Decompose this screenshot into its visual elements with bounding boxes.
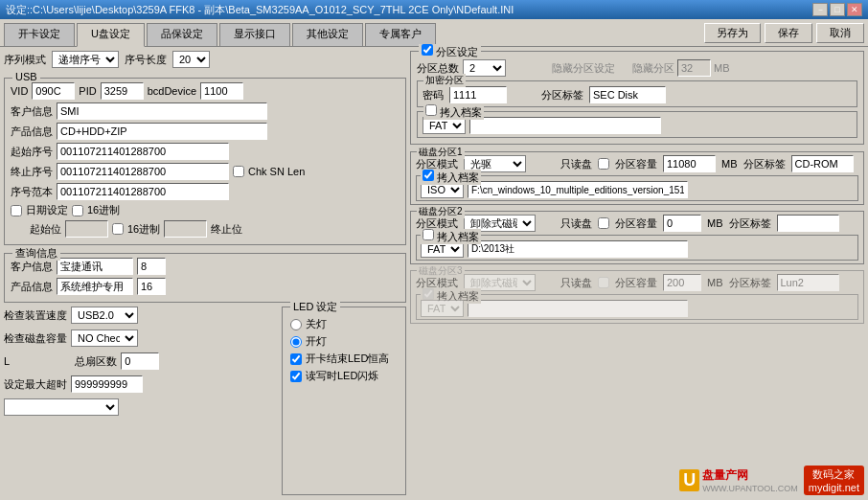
- start-pos-input[interactable]: [65, 220, 108, 238]
- sn-sample-label: 序号范本: [11, 185, 53, 199]
- query-product-num[interactable]: [137, 278, 166, 295]
- right-panel: 分区设定 分区总数 2 隐藏分区设定 隐藏分区 MB: [410, 51, 864, 495]
- left-panel: 序列模式 递增序号 序号长度 20 USB VID PID bcdDevice …: [4, 51, 406, 495]
- customer-input[interactable]: [57, 102, 267, 120]
- save-as-button[interactable]: 另存为: [704, 23, 761, 43]
- disk2-label-input[interactable]: [777, 215, 839, 232]
- bottom-left: 检查装置速度 USB2.0 检查磁盘容量 NO Check L 总扇区数: [4, 307, 406, 495]
- bcd-input[interactable]: [200, 82, 243, 100]
- check-extra-select[interactable]: [4, 398, 119, 416]
- max-time-input[interactable]: [71, 375, 143, 393]
- maximize-button[interactable]: □: [830, 3, 845, 16]
- hidden-unit: MB: [714, 62, 730, 74]
- disk2-unit: MB: [707, 217, 723, 229]
- product-input[interactable]: [57, 123, 267, 140]
- minimize-button[interactable]: －: [812, 3, 828, 16]
- seq-length-select[interactable]: 20: [172, 51, 210, 68]
- disk2-cap-label: 分区容量: [615, 216, 657, 231]
- disk3-fs-select[interactable]: FAT: [421, 300, 464, 317]
- sn-sample-row: 序号范本: [11, 183, 400, 200]
- tab-customer[interactable]: 专属客户: [365, 23, 436, 46]
- partition-total-select[interactable]: 2: [463, 59, 506, 77]
- seq-length-label: 序号长度: [125, 53, 167, 67]
- tab-bar: 开卡设定 U盘设定 品保设定 显示接口 其他设定 专属客户 另存为 保存 取消: [0, 19, 868, 47]
- query-customer-input[interactable]: [57, 258, 133, 275]
- tab-pinbao[interactable]: 品保设定: [147, 23, 217, 46]
- disk1-mount-checkbox[interactable]: [423, 170, 434, 181]
- disk3-label-input[interactable]: [777, 274, 839, 291]
- disk1-label-input[interactable]: [791, 155, 854, 172]
- check-extra-row: [4, 398, 278, 416]
- part-label-input[interactable]: [589, 86, 666, 103]
- led-flash-checkbox[interactable]: [290, 371, 302, 382]
- disk1-readonly-label: 只读盘: [560, 157, 592, 171]
- disk1-mount-label: 拷入档案: [437, 171, 479, 183]
- disk2-title: 磁盘分区2: [417, 205, 465, 218]
- disk1-section: 磁盘分区1 分区模式 光驱 只读盘 分区容量 MB 分区标签 拷入档案: [410, 151, 864, 205]
- close-button[interactable]: ✕: [847, 3, 862, 16]
- hidden-input[interactable]: [677, 59, 711, 77]
- partition-section: 分区设定 分区总数 2 隐藏分区设定 隐藏分区 MB: [410, 51, 864, 145]
- mount-row: FAT: [423, 115, 852, 134]
- partition-title-text: 分区设定: [436, 46, 478, 57]
- mount-path-input[interactable]: [469, 117, 661, 134]
- check-l-label: L: [4, 355, 10, 367]
- upan-main: 盘量产网: [702, 467, 798, 484]
- led-off-radio[interactable]: [290, 319, 302, 330]
- tab-usb[interactable]: U盘设定: [77, 23, 145, 47]
- hex16-checkbox[interactable]: [72, 205, 83, 216]
- end-sn-label: 终止序号: [11, 165, 53, 179]
- pid-input[interactable]: [101, 82, 144, 100]
- total-input[interactable]: [121, 352, 159, 370]
- disk2-mode-row: 分区模式 卸除式磁碟 只读盘 分区容量 MB 分区标签: [416, 215, 858, 232]
- start-sn-input[interactable]: [57, 143, 229, 160]
- disk3-readonly-checkbox[interactable]: [598, 277, 609, 288]
- disk2-mount-checkbox[interactable]: [423, 229, 434, 240]
- query-product-input[interactable]: [57, 278, 133, 295]
- query-group: 查询信息 客户信息 产品信息: [4, 253, 406, 303]
- password-input[interactable]: [449, 86, 507, 103]
- tab-kaika[interactable]: 开卡设定: [4, 23, 75, 46]
- disk3-mount-checkbox[interactable]: [423, 288, 434, 300]
- check-cap-select[interactable]: NO Check: [71, 330, 138, 347]
- sn-sample-input[interactable]: [57, 183, 229, 200]
- partition-title: 分区设定: [419, 44, 481, 59]
- disk3-title: 磁盘分区3: [417, 264, 465, 278]
- disk1-cap-input[interactable]: [663, 155, 716, 172]
- end-sn-input[interactable]: [57, 163, 229, 180]
- mount-checkbox[interactable]: [425, 104, 437, 116]
- tab-display[interactable]: 显示接口: [219, 23, 290, 46]
- vid-input[interactable]: [32, 82, 75, 100]
- disk2-path-input[interactable]: [468, 240, 688, 258]
- chk-sn-checkbox[interactable]: [233, 166, 244, 177]
- end-pos-input[interactable]: [164, 220, 207, 238]
- check-speed-select[interactable]: USB2.0: [71, 307, 138, 324]
- usb-group: USB VID PID bcdDevice 客户信息 产品信息 起始序号: [4, 78, 406, 245]
- tab-other[interactable]: 其他设定: [292, 23, 363, 46]
- seq-mode-select[interactable]: 递增序号: [52, 51, 119, 68]
- led-constant-checkbox[interactable]: [290, 353, 302, 365]
- cancel-button[interactable]: 取消: [816, 23, 864, 43]
- start-sn-label: 起始序号: [11, 145, 53, 159]
- disk3-mode-row: 分区模式 卸除式磁碟 只读盘 分区容量 MB 分区标签: [416, 274, 858, 291]
- customer-row: 客户信息: [11, 102, 400, 120]
- disk2-cap-input[interactable]: [663, 215, 701, 232]
- query-product-row: 产品信息: [11, 278, 400, 295]
- query-customer-num[interactable]: [137, 258, 166, 275]
- disk3-path-input[interactable]: [468, 300, 688, 317]
- disk1-readonly-checkbox[interactable]: [598, 158, 609, 170]
- led-on-radio[interactable]: [290, 336, 302, 348]
- disk3-cap-input[interactable]: [663, 274, 701, 291]
- digi-main: 数码之家: [809, 467, 859, 482]
- save-button[interactable]: 保存: [765, 23, 812, 43]
- product-label: 产品信息: [11, 125, 53, 139]
- hex16-2-checkbox[interactable]: [112, 223, 124, 235]
- digi-logo: 数码之家 mydigit.net: [804, 466, 864, 495]
- date-checkbox[interactable]: [11, 205, 22, 216]
- partition-enable-checkbox[interactable]: [422, 44, 433, 56]
- date-label: 日期设定: [26, 203, 68, 217]
- disk1-path-input[interactable]: [468, 181, 688, 198]
- check-speed-row: 检查装置速度 USB2.0: [4, 307, 278, 324]
- disk2-readonly-checkbox[interactable]: [598, 217, 609, 229]
- password-label: 密码: [423, 88, 444, 102]
